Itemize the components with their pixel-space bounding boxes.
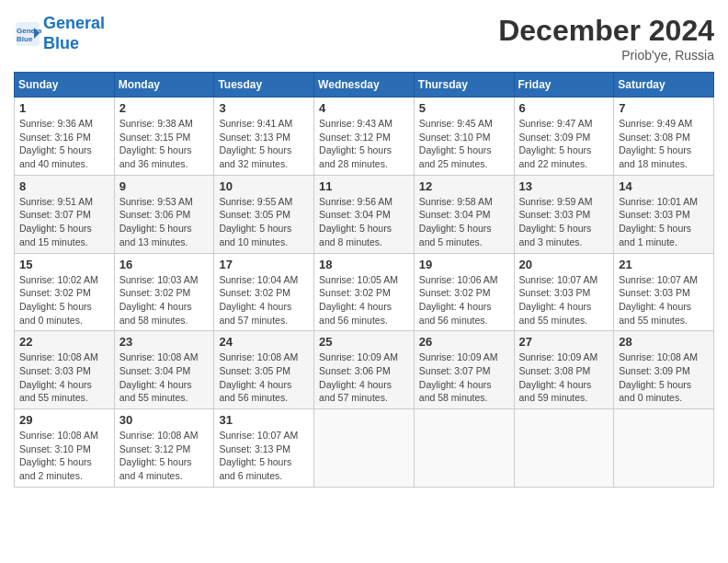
calendar-table: SundayMondayTuesdayWednesdayThursdayFrid…: [14, 72, 714, 488]
calendar-week-row: 8Sunrise: 9:51 AM Sunset: 3:07 PM Daylig…: [15, 175, 714, 253]
day-info: Sunrise: 9:55 AM Sunset: 3:05 PM Dayligh…: [219, 195, 309, 249]
day-info: Sunrise: 10:02 AM Sunset: 3:02 PM Daylig…: [19, 273, 109, 327]
calendar-cell: 16Sunrise: 10:03 AM Sunset: 3:02 PM Dayl…: [114, 253, 214, 331]
calendar-header-row: SundayMondayTuesdayWednesdayThursdayFrid…: [15, 73, 714, 98]
col-header-saturday: Saturday: [614, 73, 714, 98]
col-header-monday: Monday: [114, 73, 214, 98]
day-info: Sunrise: 9:53 AM Sunset: 3:06 PM Dayligh…: [119, 195, 210, 249]
day-info: Sunrise: 9:38 AM Sunset: 3:15 PM Dayligh…: [119, 117, 210, 171]
day-info: Sunrise: 9:45 AM Sunset: 3:10 PM Dayligh…: [419, 117, 509, 171]
day-info: Sunrise: 10:04 AM Sunset: 3:02 PM Daylig…: [219, 273, 309, 327]
day-info: Sunrise: 10:05 AM Sunset: 3:02 PM Daylig…: [319, 273, 409, 327]
day-info: Sunrise: 10:09 AM Sunset: 3:07 PM Daylig…: [419, 350, 509, 405]
logo-text: GeneralBlue: [43, 14, 105, 53]
day-info: Sunrise: 10:07 AM Sunset: 3:03 PM Daylig…: [519, 273, 609, 327]
location: Priob'ye, Russia: [498, 48, 714, 63]
day-number: 26: [419, 335, 509, 349]
day-info: Sunrise: 10:07 AM Sunset: 3:03 PM Daylig…: [619, 273, 709, 327]
calendar-cell: 3Sunrise: 9:41 AM Sunset: 3:13 PM Daylig…: [214, 98, 314, 176]
day-info: Sunrise: 9:41 AM Sunset: 3:13 PM Dayligh…: [219, 117, 309, 171]
day-number: 4: [319, 101, 409, 115]
title-area: December 2024 Priob'ye, Russia: [498, 14, 714, 63]
month-title: December 2024: [498, 14, 714, 48]
calendar-cell: 29Sunrise: 10:08 AM Sunset: 3:10 PM Dayl…: [15, 409, 115, 488]
day-number: 16: [119, 258, 210, 271]
calendar-cell: 31Sunrise: 10:07 AM Sunset: 3:13 PM Dayl…: [214, 409, 314, 488]
calendar-cell: 27Sunrise: 10:09 AM Sunset: 3:08 PM Dayl…: [514, 331, 614, 409]
day-number: 22: [19, 335, 109, 349]
calendar-cell: 28Sunrise: 10:08 AM Sunset: 3:09 PM Dayl…: [614, 331, 714, 409]
col-header-tuesday: Tuesday: [214, 73, 314, 98]
page-header: General Blue GeneralBlue December 2024 P…: [14, 14, 714, 63]
calendar-cell: 8Sunrise: 9:51 AM Sunset: 3:07 PM Daylig…: [15, 175, 115, 253]
calendar-cell: [514, 409, 614, 488]
calendar-cell: [614, 409, 714, 488]
day-info: Sunrise: 10:08 AM Sunset: 3:09 PM Daylig…: [619, 350, 709, 405]
day-info: Sunrise: 10:01 AM Sunset: 3:03 PM Daylig…: [619, 195, 709, 249]
day-number: 15: [19, 258, 109, 271]
calendar-cell: 10Sunrise: 9:55 AM Sunset: 3:05 PM Dayli…: [214, 175, 314, 253]
day-number: 5: [419, 101, 509, 115]
day-number: 7: [619, 101, 709, 115]
day-number: 25: [319, 335, 409, 349]
day-number: 31: [219, 413, 309, 427]
calendar-week-row: 29Sunrise: 10:08 AM Sunset: 3:10 PM Dayl…: [15, 409, 714, 488]
calendar-cell: 5Sunrise: 9:45 AM Sunset: 3:10 PM Daylig…: [414, 98, 514, 176]
day-number: 14: [619, 179, 709, 193]
calendar-week-row: 1Sunrise: 9:36 AM Sunset: 3:16 PM Daylig…: [15, 98, 714, 176]
day-info: Sunrise: 9:56 AM Sunset: 3:04 PM Dayligh…: [319, 195, 409, 249]
day-info: Sunrise: 9:58 AM Sunset: 3:04 PM Dayligh…: [419, 195, 509, 249]
day-info: Sunrise: 10:08 AM Sunset: 3:04 PM Daylig…: [119, 350, 210, 405]
day-info: Sunrise: 10:08 AM Sunset: 3:05 PM Daylig…: [219, 350, 309, 405]
calendar-week-row: 15Sunrise: 10:02 AM Sunset: 3:02 PM Dayl…: [15, 253, 714, 331]
calendar-cell: 11Sunrise: 9:56 AM Sunset: 3:04 PM Dayli…: [314, 175, 415, 253]
col-header-sunday: Sunday: [15, 73, 115, 98]
day-info: Sunrise: 9:36 AM Sunset: 3:16 PM Dayligh…: [19, 117, 109, 171]
logo: General Blue GeneralBlue: [14, 14, 105, 53]
day-number: 27: [519, 335, 609, 349]
calendar-cell: 7Sunrise: 9:49 AM Sunset: 3:08 PM Daylig…: [614, 98, 714, 176]
day-number: 12: [419, 179, 509, 193]
day-number: 9: [119, 179, 210, 193]
day-number: 21: [619, 258, 709, 271]
day-info: Sunrise: 10:09 AM Sunset: 3:06 PM Daylig…: [319, 350, 409, 405]
logo-icon: General Blue: [14, 20, 41, 48]
day-number: 24: [219, 335, 309, 349]
calendar-cell: [414, 409, 514, 488]
day-info: Sunrise: 10:07 AM Sunset: 3:13 PM Daylig…: [219, 429, 309, 483]
calendar-cell: 2Sunrise: 9:38 AM Sunset: 3:15 PM Daylig…: [114, 98, 214, 176]
day-number: 23: [119, 335, 210, 349]
calendar-cell: 24Sunrise: 10:08 AM Sunset: 3:05 PM Dayl…: [214, 331, 314, 409]
day-number: 17: [219, 258, 309, 271]
day-number: 2: [119, 101, 210, 115]
col-header-thursday: Thursday: [414, 73, 514, 98]
calendar-cell: 15Sunrise: 10:02 AM Sunset: 3:02 PM Dayl…: [15, 253, 115, 331]
day-info: Sunrise: 9:47 AM Sunset: 3:09 PM Dayligh…: [519, 117, 609, 171]
day-info: Sunrise: 10:09 AM Sunset: 3:08 PM Daylig…: [519, 350, 609, 405]
calendar-week-row: 22Sunrise: 10:08 AM Sunset: 3:03 PM Dayl…: [15, 331, 714, 409]
day-number: 19: [419, 258, 509, 271]
calendar-cell: 21Sunrise: 10:07 AM Sunset: 3:03 PM Dayl…: [614, 253, 714, 331]
day-number: 20: [519, 258, 609, 271]
day-number: 28: [619, 335, 709, 349]
day-number: 6: [519, 101, 609, 115]
day-info: Sunrise: 10:08 AM Sunset: 3:03 PM Daylig…: [19, 350, 109, 405]
day-number: 18: [319, 258, 409, 271]
day-number: 30: [119, 413, 210, 427]
calendar-cell: 25Sunrise: 10:09 AM Sunset: 3:06 PM Dayl…: [314, 331, 415, 409]
calendar-cell: 14Sunrise: 10:01 AM Sunset: 3:03 PM Dayl…: [614, 175, 714, 253]
calendar-cell: [314, 409, 415, 488]
calendar-cell: 17Sunrise: 10:04 AM Sunset: 3:02 PM Dayl…: [214, 253, 314, 331]
day-info: Sunrise: 10:06 AM Sunset: 3:02 PM Daylig…: [419, 273, 509, 327]
day-number: 8: [19, 179, 109, 193]
calendar-cell: 6Sunrise: 9:47 AM Sunset: 3:09 PM Daylig…: [514, 98, 614, 176]
calendar-cell: 26Sunrise: 10:09 AM Sunset: 3:07 PM Dayl…: [414, 331, 514, 409]
day-number: 29: [19, 413, 109, 427]
calendar-cell: 23Sunrise: 10:08 AM Sunset: 3:04 PM Dayl…: [114, 331, 214, 409]
day-info: Sunrise: 10:08 AM Sunset: 3:10 PM Daylig…: [19, 429, 109, 483]
day-number: 1: [19, 101, 109, 115]
svg-text:Blue: Blue: [17, 35, 33, 43]
day-info: Sunrise: 9:49 AM Sunset: 3:08 PM Dayligh…: [619, 117, 709, 171]
calendar-cell: 20Sunrise: 10:07 AM Sunset: 3:03 PM Dayl…: [514, 253, 614, 331]
calendar-cell: 4Sunrise: 9:43 AM Sunset: 3:12 PM Daylig…: [314, 98, 415, 176]
